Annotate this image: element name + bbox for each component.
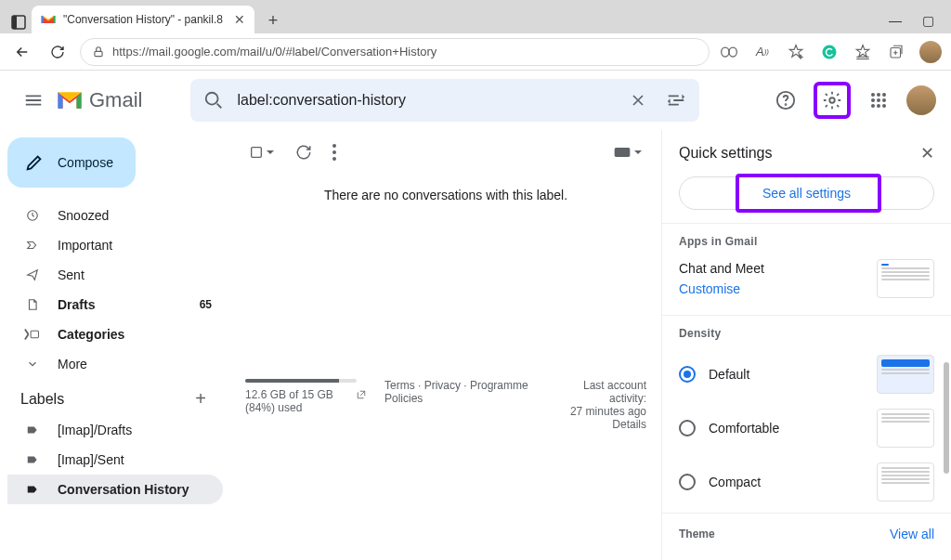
back-button[interactable] <box>9 39 35 65</box>
read-aloud-icon[interactable]: A)) <box>752 42 773 62</box>
radio-icon <box>679 420 696 436</box>
refresh-button[interactable] <box>295 144 312 161</box>
collections-icon[interactable] <box>886 42 906 62</box>
svg-point-27 <box>332 150 336 154</box>
svg-point-16 <box>882 93 886 97</box>
gmail-logo[interactable]: Gmail <box>56 88 142 112</box>
density-option-compact[interactable]: Compact <box>662 455 951 509</box>
label-icon <box>24 483 41 496</box>
svg-rect-25 <box>252 148 262 158</box>
svg-rect-29 <box>615 148 631 157</box>
svg-point-13 <box>829 98 835 103</box>
new-tab-button[interactable]: + <box>260 7 286 33</box>
apps-preview <box>877 259 934 298</box>
svg-point-3 <box>722 47 729 57</box>
toolbar <box>238 130 654 175</box>
svg-rect-24 <box>32 331 39 337</box>
chat-and-meet-label: Chat and Meet <box>679 261 764 276</box>
svg-point-19 <box>882 98 886 102</box>
google-apps-button[interactable] <box>860 82 897 119</box>
window-maximize-button[interactable]: ▢ <box>922 13 934 28</box>
gmail-favicon <box>41 12 56 27</box>
search-options-icon[interactable] <box>666 90 686 111</box>
customise-link[interactable]: Customise <box>679 281 764 296</box>
window-minimize-button[interactable]: — <box>889 13 902 28</box>
search-icon[interactable] <box>203 90 224 111</box>
url-text: https://mail.google.com/mail/u/0/#label/… <box>112 45 436 59</box>
gmail-header: Gmail <box>0 71 951 130</box>
refresh-button[interactable] <box>45 39 71 65</box>
density-section-label: Density <box>662 319 951 347</box>
search-input[interactable] <box>237 92 616 109</box>
browser-profile-avatar[interactable] <box>919 41 942 63</box>
sidebar: Compose Snoozed Important Sent Drafts65 … <box>0 130 230 560</box>
open-in-new-icon[interactable] <box>357 388 366 401</box>
svg-point-18 <box>877 98 880 102</box>
svg-point-21 <box>877 104 880 108</box>
see-all-settings-button[interactable]: See all settings <box>679 176 934 210</box>
tab-manager-button[interactable] <box>11 15 26 30</box>
account-avatar[interactable] <box>906 85 936 115</box>
label-icon <box>24 423 41 436</box>
svg-point-20 <box>871 104 875 108</box>
svg-rect-1 <box>12 16 17 29</box>
view-all-themes-link[interactable]: View all <box>890 527 934 541</box>
sidebar-label-imap-drafts[interactable]: [Imap]/Drafts <box>7 415 223 445</box>
add-label-button[interactable]: + <box>195 388 206 410</box>
svg-point-10 <box>206 93 218 105</box>
svg-point-22 <box>882 104 886 108</box>
last-activity-label: Last account activity: <box>559 379 646 405</box>
window-controls: — ▢ <box>879 13 944 33</box>
close-quick-settings-button[interactable]: ✕ <box>920 143 934 163</box>
sidebar-item-drafts[interactable]: Drafts65 <box>7 290 223 319</box>
sidebar-item-more[interactable]: More <box>7 349 223 379</box>
svg-point-4 <box>729 47 736 57</box>
sidebar-item-categories[interactable]: Categories <box>7 319 223 349</box>
sidebar-item-snoozed[interactable]: Snoozed <box>7 201 223 230</box>
panel-scrollbar[interactable] <box>944 362 949 474</box>
svg-point-17 <box>871 98 875 102</box>
categories-icon <box>24 328 41 341</box>
sidebar-item-important[interactable]: Important <box>7 230 223 260</box>
support-button[interactable] <box>767 82 804 119</box>
important-icon <box>24 239 41 252</box>
last-activity-time: 27 minutes ago <box>559 405 646 418</box>
svg-point-26 <box>332 144 336 148</box>
svg-rect-2 <box>95 51 102 56</box>
favorite-icon[interactable]: + <box>786 42 806 62</box>
lock-icon <box>92 46 105 59</box>
select-all-checkbox[interactable] <box>249 145 275 160</box>
input-tools-button[interactable] <box>613 146 643 159</box>
url-field[interactable]: https://mail.google.com/mail/u/0/#label/… <box>80 38 710 66</box>
density-option-default[interactable]: Default <box>662 347 951 401</box>
address-bar-actions: A)) + <box>719 41 942 63</box>
svg-point-6 <box>823 45 837 59</box>
density-preview-comfortable <box>877 409 934 448</box>
storage-bar <box>245 379 357 383</box>
footer-links[interactable]: Terms · Privacy · Programme Policies <box>384 379 541 431</box>
settings-button[interactable] <box>814 82 851 119</box>
sidebar-item-sent[interactable]: Sent <box>7 260 223 290</box>
extension-icon[interactable] <box>719 42 739 62</box>
compose-label: Compose <box>58 155 113 170</box>
clear-search-icon[interactable] <box>629 91 647 110</box>
apps-section-label: Apps in Gmail <box>662 228 951 255</box>
main-menu-button[interactable] <box>15 82 52 119</box>
density-preview-compact <box>877 462 934 501</box>
svg-point-12 <box>786 104 787 105</box>
browser-tab[interactable]: "Conversation History" - pankil.8 ✕ <box>32 6 254 33</box>
quick-settings-title: Quick settings <box>679 145 772 162</box>
compose-button[interactable]: Compose <box>7 137 136 188</box>
tab-close-icon[interactable]: ✕ <box>234 12 245 27</box>
density-option-comfortable[interactable]: Comfortable <box>662 401 951 455</box>
more-button[interactable] <box>332 144 336 161</box>
sidebar-label-conversation-history[interactable]: Conversation History <box>7 475 223 504</box>
sidebar-label-imap-sent[interactable]: [Imap]/Sent <box>7 445 223 475</box>
grammarly-icon[interactable] <box>819 42 840 62</box>
favorites-bar-icon[interactable] <box>853 42 873 62</box>
empty-state-message: There are no conversations with this lab… <box>238 175 654 240</box>
radio-icon <box>679 366 696 383</box>
details-link[interactable]: Details <box>559 418 646 431</box>
theme-section-label: Theme <box>679 527 715 540</box>
pencil-icon <box>24 152 45 173</box>
